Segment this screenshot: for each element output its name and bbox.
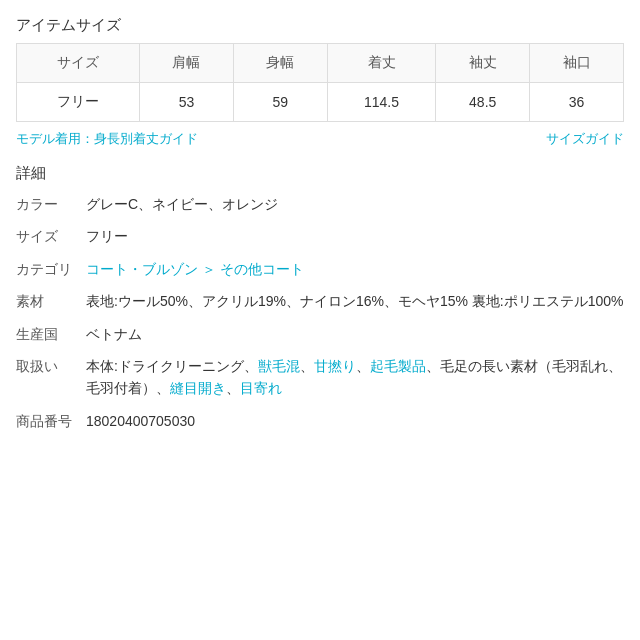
value-material: 表地:ウール50%、アクリル19%、ナイロン16%、モヘヤ15% 裏地:ポリエス… xyxy=(86,290,624,312)
col-sleeve: 袖丈 xyxy=(436,44,530,83)
label-size: サイズ xyxy=(16,225,86,247)
size-guide-link[interactable]: サイズガイド xyxy=(546,130,624,148)
model-wearing-guide-link[interactable]: モデル着用：身長別着丈ガイド xyxy=(16,130,198,148)
col-shoulder: 肩幅 xyxy=(140,44,234,83)
col-cuff: 袖口 xyxy=(530,44,624,83)
label-category: カテゴリ xyxy=(16,258,86,280)
cell-sleeve-value: 48.5 xyxy=(436,83,530,122)
detail-row-color: カラー グレーC、ネイビー、オレンジ xyxy=(16,193,624,215)
cell-size-value: フリー xyxy=(17,83,140,122)
label-color: カラー xyxy=(16,193,86,215)
col-body-width: 身幅 xyxy=(233,44,327,83)
value-product-number: 18020400705030 xyxy=(86,410,624,432)
item-size-title: アイテムサイズ xyxy=(16,16,624,35)
col-length: 着丈 xyxy=(327,44,436,83)
table-row: フリー 53 59 114.5 48.5 36 xyxy=(17,83,624,122)
care-link-animal-mix[interactable]: 獣毛混 xyxy=(258,358,300,374)
value-category: コート・ブルゾン ＞ その他コート xyxy=(86,258,624,280)
cell-cuff-value: 36 xyxy=(530,83,624,122)
cell-shoulder-value: 53 xyxy=(140,83,234,122)
detail-row-product-number: 商品番号 18020400705030 xyxy=(16,410,624,432)
model-guide-row: モデル着用：身長別着丈ガイド サイズガイド xyxy=(16,130,624,148)
cell-length-value: 114.5 xyxy=(327,83,436,122)
value-color: グレーC、ネイビー、オレンジ xyxy=(86,193,624,215)
size-table: サイズ 肩幅 身幅 着丈 袖丈 袖口 フリー 53 59 114.5 48.5 … xyxy=(16,43,624,122)
col-size: サイズ xyxy=(17,44,140,83)
item-size-section: アイテムサイズ サイズ 肩幅 身幅 着丈 袖丈 袖口 フリー 53 59 114… xyxy=(16,16,624,148)
label-care: 取扱い xyxy=(16,355,86,400)
value-size: フリー xyxy=(86,225,624,247)
detail-row-size: サイズ フリー xyxy=(16,225,624,247)
care-link-eye-shift[interactable]: 目寄れ xyxy=(240,380,282,396)
details-title: 詳細 xyxy=(16,164,624,183)
label-product-number: 商品番号 xyxy=(16,410,86,432)
cell-body-width-value: 59 xyxy=(233,83,327,122)
care-link-raised-fabric[interactable]: 起毛製品 xyxy=(370,358,426,374)
label-origin: 生産国 xyxy=(16,323,86,345)
care-link-sweet-twist[interactable]: 甘撚り xyxy=(314,358,356,374)
table-header-row: サイズ 肩幅 身幅 着丈 袖丈 袖口 xyxy=(17,44,624,83)
detail-row-origin: 生産国 ベトナム xyxy=(16,323,624,345)
category-link[interactable]: コート・ブルゾン ＞ その他コート xyxy=(86,261,304,277)
detail-row-category: カテゴリ コート・ブルゾン ＞ その他コート xyxy=(16,258,624,280)
detail-row-material: 素材 表地:ウール50%、アクリル19%、ナイロン16%、モヘヤ15% 裏地:ポ… xyxy=(16,290,624,312)
value-care: 本体:ドライクリーニング、獣毛混、甘撚り、起毛製品、毛足の長い素材（毛羽乱れ、毛… xyxy=(86,355,624,400)
value-origin: ベトナム xyxy=(86,323,624,345)
details-section: 詳細 カラー グレーC、ネイビー、オレンジ サイズ フリー カテゴリ コート・ブ… xyxy=(16,164,624,432)
label-material: 素材 xyxy=(16,290,86,312)
care-link-seam-opening[interactable]: 縫目開き xyxy=(170,380,226,396)
detail-row-care: 取扱い 本体:ドライクリーニング、獣毛混、甘撚り、起毛製品、毛足の長い素材（毛羽… xyxy=(16,355,624,400)
